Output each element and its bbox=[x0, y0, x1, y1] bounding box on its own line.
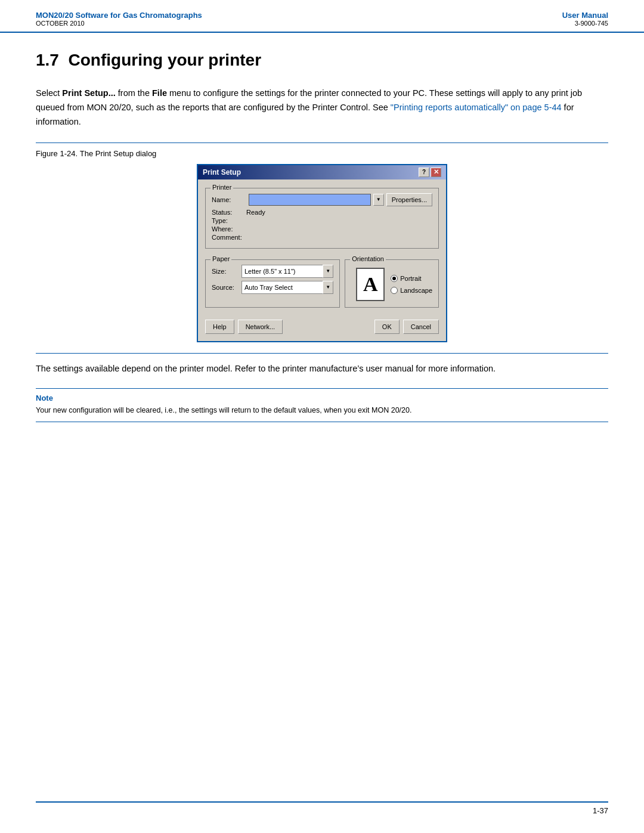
header-right-subtitle: 3-9000-745 bbox=[562, 20, 608, 27]
printer-name-label: Name: bbox=[212, 196, 246, 203]
file-bold: File bbox=[152, 88, 167, 98]
printer-name-row: Name: ▼ Properties... bbox=[212, 193, 432, 206]
paper-size-row: Size: Letter (8.5" x 11") ▼ bbox=[212, 265, 333, 278]
orientation-group: Orientation A Portrait bbox=[345, 259, 439, 308]
paper-source-row: Source: Auto Tray Select ▼ bbox=[212, 281, 333, 294]
landscape-radio[interactable] bbox=[391, 287, 398, 294]
section-number: 1.7 bbox=[36, 51, 59, 69]
printer-group-label: Printer bbox=[210, 184, 233, 191]
page-footer: 1-37 bbox=[36, 801, 608, 815]
portrait-radio-row[interactable]: Portrait bbox=[391, 275, 432, 282]
figure-caption: Figure 1-24. The Print Setup dialog bbox=[36, 149, 608, 158]
network-button[interactable]: Network... bbox=[238, 320, 283, 334]
figure-number: Figure 1-24. bbox=[36, 149, 78, 158]
page-content: 1.7 Configuring your printer Select Prin… bbox=[0, 33, 644, 446]
radio-options: Portrait Landscape bbox=[391, 275, 432, 294]
properties-button[interactable]: Properties... bbox=[386, 193, 432, 206]
figure-caption-text: The Print Setup dialog bbox=[80, 149, 157, 158]
landscape-radio-row[interactable]: Landscape bbox=[391, 287, 432, 294]
header-left-subtitle: OCTOBER 2010 bbox=[36, 20, 202, 27]
section-title: Configuring your printer bbox=[69, 51, 262, 69]
help-button[interactable]: Help bbox=[205, 320, 234, 334]
dialog-buttons: Help Network... OK Cancel bbox=[205, 317, 439, 335]
note-title: Note bbox=[36, 394, 608, 402]
comment-label: Comment: bbox=[212, 234, 246, 241]
header-left-title: MON20/20 Software for Gas Chromatographs bbox=[36, 11, 202, 20]
printer-comment-row: Comment: bbox=[212, 234, 432, 241]
figure-divider-bottom bbox=[36, 353, 608, 354]
orientation-content: A Portrait Landscape bbox=[351, 265, 432, 301]
landscape-label: Landscape bbox=[400, 287, 432, 294]
note-section: Note Your new configuration will be clea… bbox=[36, 388, 608, 423]
figure-divider-top bbox=[36, 143, 608, 143]
printer-group: Printer Name: ▼ Properties... Status: Re… bbox=[205, 188, 439, 249]
paper-size-select[interactable]: Letter (8.5" x 11") ▼ bbox=[242, 265, 333, 278]
paper-source-arrow[interactable]: ▼ bbox=[323, 281, 333, 294]
where-label: Where: bbox=[212, 225, 246, 233]
paper-source-value: Auto Tray Select bbox=[242, 281, 323, 294]
portrait-label: Portrait bbox=[400, 275, 421, 282]
status-value: Ready bbox=[246, 209, 265, 216]
dialog-wrapper: Print Setup ? ✕ Printer Name: ▼ Propert bbox=[36, 164, 608, 342]
paper-group: Paper Size: Letter (8.5" x 11") ▼ Source… bbox=[205, 259, 340, 308]
paper-size-value: Letter (8.5" x 11") bbox=[242, 265, 323, 278]
portrait-radio[interactable] bbox=[391, 275, 398, 282]
status-label: Status: bbox=[212, 209, 246, 216]
body-paragraph: Select Print Setup... from the File menu… bbox=[36, 86, 608, 129]
header-right-title: User Manual bbox=[562, 11, 608, 20]
print-setup-bold: Print Setup... bbox=[62, 88, 115, 98]
section-heading: 1.7 Configuring your printer bbox=[36, 51, 608, 70]
paper-size-label: Size: bbox=[212, 268, 239, 275]
printer-name-dropdown[interactable]: ▼ bbox=[373, 194, 384, 206]
paper-orientation-row: Paper Size: Letter (8.5" x 11") ▼ Source… bbox=[205, 253, 439, 312]
cross-reference-link[interactable]: "Printing reports automatically" on page… bbox=[391, 103, 562, 112]
page-number: 1-37 bbox=[593, 806, 608, 815]
header-right: User Manual 3-9000-745 bbox=[562, 11, 608, 27]
dialog-titlebar: Print Setup ? ✕ bbox=[198, 165, 446, 179]
cancel-button[interactable]: Cancel bbox=[403, 320, 439, 334]
letter-a-preview: A bbox=[356, 268, 385, 301]
dialog-help-btn[interactable]: ? bbox=[419, 168, 429, 177]
dialog-close-btn[interactable]: ✕ bbox=[431, 168, 441, 177]
dialog-title: Print Setup bbox=[203, 168, 241, 176]
note-text: Your new configuration will be cleared, … bbox=[36, 405, 608, 416]
paper-size-arrow[interactable]: ▼ bbox=[323, 265, 333, 278]
page-header: MON20/20 Software for Gas Chromatographs… bbox=[0, 0, 644, 33]
dialog-body: Printer Name: ▼ Properties... Status: Re… bbox=[198, 179, 446, 341]
type-label: Type: bbox=[212, 217, 246, 224]
paper-source-select[interactable]: Auto Tray Select ▼ bbox=[242, 281, 333, 294]
paper-source-label: Source: bbox=[212, 284, 239, 291]
paper-group-label: Paper bbox=[210, 255, 231, 262]
printer-where-row: Where: bbox=[212, 225, 432, 233]
header-left: MON20/20 Software for Gas Chromatographs… bbox=[36, 11, 202, 27]
printer-status-row: Status: Ready bbox=[212, 209, 432, 216]
printer-type-row: Type: bbox=[212, 217, 432, 224]
orientation-group-label: Orientation bbox=[350, 255, 386, 262]
dialog-titlebar-buttons: ? ✕ bbox=[419, 168, 441, 177]
ok-button[interactable]: OK bbox=[374, 320, 400, 334]
printer-name-input[interactable] bbox=[249, 194, 371, 206]
print-setup-dialog: Print Setup ? ✕ Printer Name: ▼ Propert bbox=[197, 164, 447, 342]
bottom-paragraph: The settings available depend on the pri… bbox=[36, 362, 608, 376]
